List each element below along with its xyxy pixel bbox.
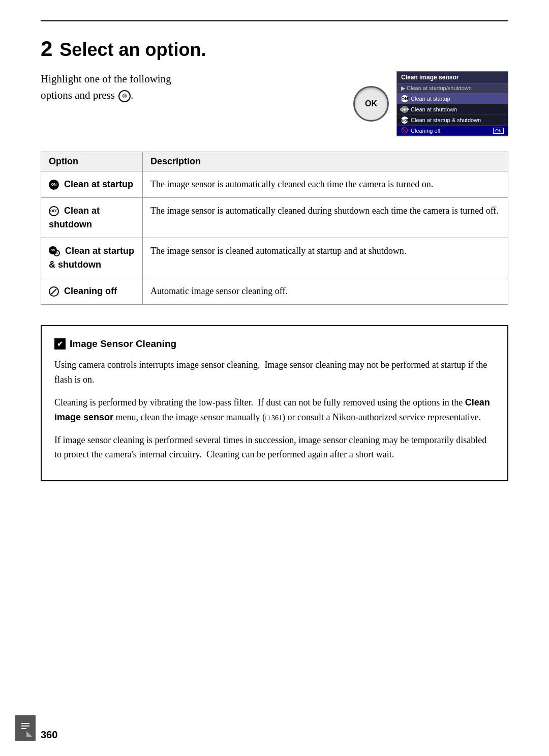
menu-item-clean-both: ON/OFF Clean at startup & shutdown bbox=[397, 115, 508, 126]
options-table: Option Description ON Clean at startup T… bbox=[41, 152, 508, 305]
top-border bbox=[41, 20, 508, 21]
menu-item-cleaning-off: 🚫 Cleaning off OK bbox=[397, 126, 508, 136]
ok-button-image: OK bbox=[353, 86, 389, 122]
page-footer: 360 bbox=[41, 729, 508, 741]
option-cell-2: OFF Clean atshutdown bbox=[41, 198, 143, 238]
table-row: ON OF Clean at startup& shutdown The ima… bbox=[41, 238, 508, 278]
ok-symbol: ® bbox=[118, 90, 131, 102]
menu-item-label-2: Clean at shutdown bbox=[411, 106, 457, 112]
on-icon-1: ON bbox=[49, 180, 59, 190]
step-title: Select an option. bbox=[59, 39, 206, 61]
camera-menu: Clean image sensor ▶ Clean at startup/sh… bbox=[396, 71, 508, 136]
table-row: OFF Clean atshutdown The image sensor is… bbox=[41, 198, 508, 238]
note-title-text: Image Sensor Cleaning bbox=[70, 336, 176, 352]
option-cell-4: Cleaning off bbox=[41, 278, 143, 305]
menu-item-label-4: Cleaning off bbox=[411, 128, 441, 134]
menu-onoff-icon: ON/OFF bbox=[401, 117, 408, 124]
camera-menu-subheader: ▶ Clean at startup/shutdown bbox=[397, 83, 508, 94]
svg-rect-2 bbox=[21, 725, 29, 726]
camera-screen-container: OK Clean image sensor ▶ Clean at startup… bbox=[353, 71, 508, 136]
cleaning-off-icon bbox=[49, 286, 59, 297]
note-box: ✔ Image Sensor Cleaning Using camera con… bbox=[41, 325, 508, 481]
description-cell-4: Automatic image sensor cleaning off. bbox=[142, 278, 508, 305]
menu-on-icon: ON bbox=[401, 95, 408, 102]
menu-item-clean-startup: ON Clean at startup bbox=[397, 94, 508, 104]
menu-ok-badge: OK bbox=[493, 128, 504, 134]
step-number: 2 bbox=[41, 37, 52, 61]
menu-item-label-1: Clean at startup bbox=[411, 96, 450, 102]
col-header-description: Description bbox=[142, 152, 508, 171]
note-title: ✔ Image Sensor Cleaning bbox=[54, 336, 495, 352]
menu-off-icon: OFF bbox=[401, 106, 408, 113]
off-icon-2: OFF bbox=[49, 206, 59, 216]
description-cell-1: The image sensor is automatically cleane… bbox=[142, 171, 508, 198]
tab-svg-icon bbox=[18, 719, 33, 737]
camera-menu-header: Clean image sensor bbox=[397, 72, 508, 83]
table-row: ON Clean at startup The image sensor is … bbox=[41, 171, 508, 198]
step-heading: 2 Select an option. bbox=[41, 37, 508, 61]
col-header-option: Option bbox=[41, 152, 143, 171]
menu-item-label-3: Clean at startup & shutdown bbox=[411, 117, 481, 123]
description-cell-3: The image sensor is cleaned automaticall… bbox=[142, 238, 508, 278]
ref-361: □ 361 bbox=[265, 414, 282, 422]
note-paragraph-1: Using camera controls interrupts image s… bbox=[54, 358, 495, 387]
intro-paragraph: Highlight one of the followingoptions an… bbox=[41, 73, 171, 101]
page-number: 360 bbox=[41, 729, 57, 741]
page: 2 Select an option. Highlight one of the… bbox=[0, 0, 549, 756]
note-check-icon: ✔ bbox=[54, 338, 66, 350]
option-label-1: Clean at startup bbox=[64, 179, 133, 189]
note-paragraph-3: If image sensor cleaning is performed se… bbox=[54, 433, 495, 462]
option-cell-1: ON Clean at startup bbox=[41, 171, 143, 198]
svg-rect-1 bbox=[21, 723, 29, 724]
note-paragraph-2: Cleaning is performed by vibrating the l… bbox=[54, 395, 495, 425]
onoff-icon-3: ON OF bbox=[49, 246, 60, 256]
option-label-4: Cleaning off bbox=[64, 286, 117, 296]
corner-tab-icon bbox=[15, 715, 36, 741]
svg-rect-3 bbox=[21, 728, 26, 729]
option-cell-3: ON OF Clean at startup& shutdown bbox=[41, 238, 143, 278]
intro-text: Highlight one of the followingoptions an… bbox=[41, 71, 338, 103]
table-row: Cleaning off Automatic image sensor clea… bbox=[41, 278, 508, 305]
menu-clean-off-icon: 🚫 bbox=[401, 127, 408, 134]
description-cell-2: The image sensor is automatically cleane… bbox=[142, 198, 508, 238]
intro-section: Highlight one of the followingoptions an… bbox=[41, 71, 508, 136]
menu-item-clean-shutdown: OFF Clean at shutdown bbox=[397, 104, 508, 115]
option-label-3: Clean at startup& shutdown bbox=[49, 246, 134, 270]
